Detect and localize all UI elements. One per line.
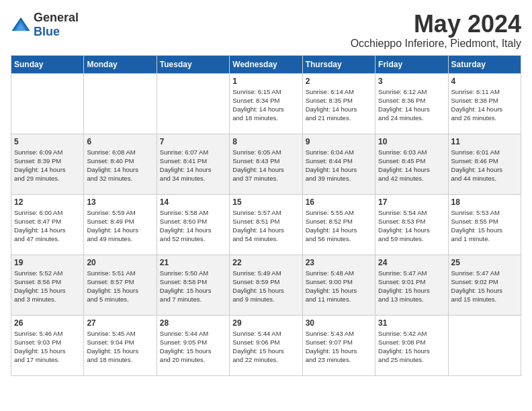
day-info: Sunrise: 5:53 AM Sunset: 8:55 PM Dayligh… [451, 208, 518, 244]
day-number: 10 [378, 137, 445, 146]
day-number: 1 [232, 77, 299, 86]
day-info: Sunrise: 5:55 AM Sunset: 8:52 PM Dayligh… [306, 208, 372, 244]
day-info: Sunrise: 5:44 AM Sunset: 9:05 PM Dayligh… [160, 329, 226, 365]
day-info: Sunrise: 5:45 AM Sunset: 9:04 PM Dayligh… [87, 329, 153, 365]
weekday-header-saturday: Saturday [448, 55, 521, 73]
weekday-header-tuesday: Tuesday [157, 55, 229, 73]
calendar-cell: 10Sunrise: 6:03 AM Sunset: 8:45 PM Dayli… [375, 134, 448, 194]
day-number: 8 [232, 137, 299, 146]
calendar-cell: 4Sunrise: 6:11 AM Sunset: 8:38 PM Daylig… [448, 73, 521, 134]
day-info: Sunrise: 5:46 AM Sunset: 9:03 PM Dayligh… [14, 329, 81, 365]
day-info: Sunrise: 6:05 AM Sunset: 8:43 PM Dayligh… [232, 148, 299, 183]
day-number: 2 [306, 77, 372, 86]
day-number: 7 [160, 137, 226, 146]
title-block: May 2024 Occhieppo Inferiore, Piedmont, … [351, 11, 521, 50]
calendar-cell: 30Sunrise: 5:43 AM Sunset: 9:07 PM Dayli… [302, 315, 375, 375]
calendar-cell: 24Sunrise: 5:47 AM Sunset: 9:01 PM Dayli… [375, 255, 448, 315]
calendar-cell [448, 315, 521, 375]
day-info: Sunrise: 5:44 AM Sunset: 9:06 PM Dayligh… [232, 329, 299, 365]
day-info: Sunrise: 6:07 AM Sunset: 8:41 PM Dayligh… [160, 148, 226, 183]
day-number: 24 [378, 258, 445, 267]
day-number: 21 [160, 258, 226, 267]
calendar-cell [84, 73, 157, 134]
calendar-cell: 17Sunrise: 5:54 AM Sunset: 8:53 PM Dayli… [375, 194, 448, 255]
weekday-header-friday: Friday [375, 55, 448, 73]
calendar-cell: 28Sunrise: 5:44 AM Sunset: 9:05 PM Dayli… [157, 315, 229, 375]
day-info: Sunrise: 5:47 AM Sunset: 9:01 PM Dayligh… [378, 269, 445, 304]
calendar-cell: 29Sunrise: 5:44 AM Sunset: 9:06 PM Dayli… [230, 315, 302, 375]
calendar-cell: 8Sunrise: 6:05 AM Sunset: 8:43 PM Daylig… [230, 134, 302, 194]
day-number: 20 [87, 258, 153, 267]
logo-icon [11, 15, 31, 35]
day-info: Sunrise: 6:14 AM Sunset: 8:35 PM Dayligh… [306, 87, 372, 123]
day-info: Sunrise: 5:52 AM Sunset: 8:56 PM Dayligh… [14, 269, 81, 304]
calendar-cell: 11Sunrise: 6:01 AM Sunset: 8:46 PM Dayli… [448, 134, 521, 194]
day-number: 15 [232, 197, 299, 207]
day-number: 27 [87, 318, 153, 328]
day-info: Sunrise: 6:11 AM Sunset: 8:38 PM Dayligh… [451, 87, 518, 123]
day-number: 18 [451, 197, 518, 207]
day-info: Sunrise: 6:01 AM Sunset: 8:46 PM Dayligh… [451, 148, 518, 183]
logo-text: General Blue [34, 11, 79, 39]
month-title: May 2024 [351, 11, 521, 38]
weekday-header-thursday: Thursday [302, 55, 375, 73]
day-number: 17 [378, 197, 445, 207]
day-number: 14 [160, 197, 226, 207]
calendar-cell: 14Sunrise: 5:58 AM Sunset: 8:50 PM Dayli… [157, 194, 229, 255]
calendar-cell: 1Sunrise: 6:15 AM Sunset: 8:34 PM Daylig… [230, 73, 302, 134]
calendar-cell: 9Sunrise: 6:04 AM Sunset: 8:44 PM Daylig… [302, 134, 375, 194]
calendar-cell: 18Sunrise: 5:53 AM Sunset: 8:55 PM Dayli… [448, 194, 521, 255]
day-number: 12 [14, 197, 81, 207]
day-number: 11 [451, 137, 518, 146]
day-info: Sunrise: 5:54 AM Sunset: 8:53 PM Dayligh… [378, 208, 445, 244]
calendar-table: SundayMondayTuesdayWednesdayThursdayFrid… [11, 55, 521, 376]
week-row-3: 12Sunrise: 6:00 AM Sunset: 8:47 PM Dayli… [11, 194, 521, 255]
day-info: Sunrise: 5:58 AM Sunset: 8:50 PM Dayligh… [160, 208, 226, 244]
day-number: 16 [306, 197, 372, 207]
week-row-2: 5Sunrise: 6:09 AM Sunset: 8:39 PM Daylig… [11, 134, 521, 194]
calendar-cell: 12Sunrise: 6:00 AM Sunset: 8:47 PM Dayli… [11, 194, 84, 255]
calendar-cell: 21Sunrise: 5:50 AM Sunset: 8:58 PM Dayli… [157, 255, 229, 315]
weekday-header-sunday: Sunday [11, 55, 84, 73]
day-number: 9 [306, 137, 372, 146]
calendar-cell: 26Sunrise: 5:46 AM Sunset: 9:03 PM Dayli… [11, 315, 84, 375]
day-number: 26 [14, 318, 81, 328]
day-info: Sunrise: 5:43 AM Sunset: 9:07 PM Dayligh… [306, 329, 372, 365]
calendar-cell: 19Sunrise: 5:52 AM Sunset: 8:56 PM Dayli… [11, 255, 84, 315]
calendar-cell: 16Sunrise: 5:55 AM Sunset: 8:52 PM Dayli… [302, 194, 375, 255]
day-info: Sunrise: 6:08 AM Sunset: 8:40 PM Dayligh… [87, 148, 153, 183]
day-number: 4 [451, 77, 518, 86]
day-info: Sunrise: 6:00 AM Sunset: 8:47 PM Dayligh… [14, 208, 81, 244]
day-info: Sunrise: 5:47 AM Sunset: 9:02 PM Dayligh… [451, 269, 518, 304]
weekday-header-wednesday: Wednesday [230, 55, 302, 73]
day-info: Sunrise: 5:48 AM Sunset: 9:00 PM Dayligh… [306, 269, 372, 304]
logo: General Blue [11, 11, 79, 39]
calendar-cell: 13Sunrise: 5:59 AM Sunset: 8:49 PM Dayli… [84, 194, 157, 255]
page-header: General Blue May 2024 Occhieppo Inferior… [11, 11, 521, 50]
week-row-4: 19Sunrise: 5:52 AM Sunset: 8:56 PM Dayli… [11, 255, 521, 315]
weekday-header-monday: Monday [84, 55, 157, 73]
day-number: 3 [378, 77, 445, 86]
day-info: Sunrise: 6:03 AM Sunset: 8:45 PM Dayligh… [378, 148, 445, 183]
week-row-1: 1Sunrise: 6:15 AM Sunset: 8:34 PM Daylig… [11, 73, 521, 134]
day-number: 28 [160, 318, 226, 328]
calendar-cell [157, 73, 229, 134]
day-info: Sunrise: 6:09 AM Sunset: 8:39 PM Dayligh… [14, 148, 81, 183]
day-number: 30 [306, 318, 372, 328]
day-number: 25 [451, 258, 518, 267]
day-info: Sunrise: 6:04 AM Sunset: 8:44 PM Dayligh… [306, 148, 372, 183]
day-info: Sunrise: 5:57 AM Sunset: 8:51 PM Dayligh… [232, 208, 299, 244]
day-number: 31 [378, 318, 445, 328]
day-number: 6 [87, 137, 153, 146]
calendar-cell: 31Sunrise: 5:42 AM Sunset: 9:08 PM Dayli… [375, 315, 448, 375]
calendar-cell: 22Sunrise: 5:49 AM Sunset: 8:59 PM Dayli… [230, 255, 302, 315]
day-number: 19 [14, 258, 81, 267]
day-number: 23 [306, 258, 372, 267]
day-info: Sunrise: 5:50 AM Sunset: 8:58 PM Dayligh… [160, 269, 226, 304]
calendar-cell: 25Sunrise: 5:47 AM Sunset: 9:02 PM Dayli… [448, 255, 521, 315]
day-number: 5 [14, 137, 81, 146]
day-number: 22 [232, 258, 299, 267]
calendar-cell [11, 73, 84, 134]
calendar-cell: 20Sunrise: 5:51 AM Sunset: 8:57 PM Dayli… [84, 255, 157, 315]
weekday-header-row: SundayMondayTuesdayWednesdayThursdayFrid… [11, 55, 521, 73]
